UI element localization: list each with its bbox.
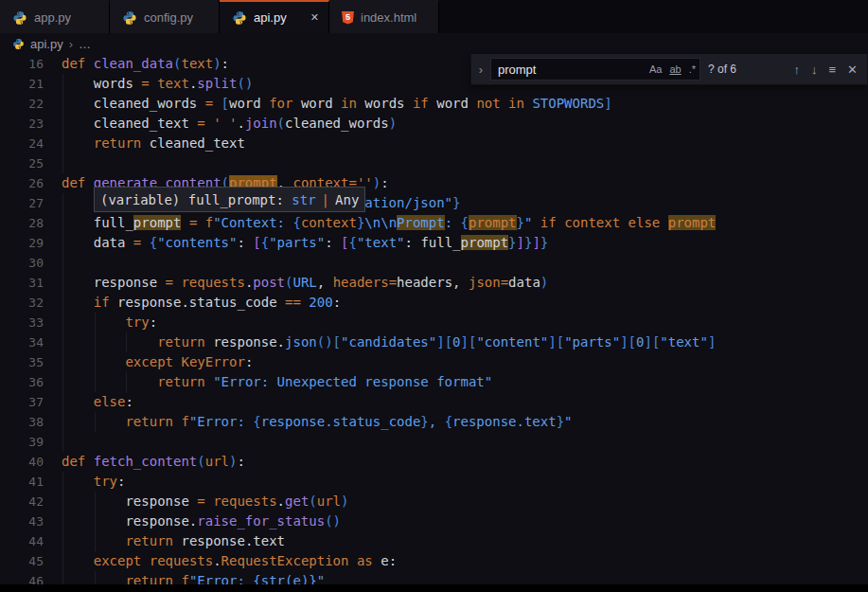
python-file-icon — [12, 10, 27, 26]
line-number: 44 — [0, 531, 44, 551]
indent-guide — [62, 273, 63, 293]
python-file-icon — [12, 38, 25, 50]
code-text[interactable]: full_prompt = f"Context: {context}\n\nPr… — [44, 213, 868, 233]
code-text[interactable]: return response.json()["candidates"][0][… — [44, 332, 868, 352]
line-number: 33 — [0, 313, 44, 332]
find-input[interactable] — [491, 63, 646, 77]
code-text[interactable] — [44, 253, 868, 273]
code-text[interactable]: try: — [44, 313, 868, 332]
indent-guide — [62, 193, 63, 213]
find-results-count: ? of 6 — [708, 63, 736, 76]
close-tab-icon[interactable]: ✕ — [310, 11, 319, 24]
tab-api.py[interactable]: api.py✕ — [220, 0, 329, 33]
indent-guide — [62, 551, 63, 571]
indent-guide — [62, 134, 63, 153]
code-line-23: 23 cleaned_text = ' '.join(cleaned_words… — [0, 114, 868, 134]
line-number: 45 — [0, 551, 44, 571]
indent-guide — [62, 511, 63, 531]
line-number: 40 — [0, 452, 44, 472]
chevron-right-icon: › — [69, 37, 73, 51]
tooltip-rest: Any — [335, 192, 359, 207]
code-line-37: 37 else: — [0, 392, 868, 412]
tooltip-text: (variable) full_prompt: — [100, 192, 292, 207]
code-text[interactable]: if response.status_code == 200: — [44, 293, 868, 313]
code-text[interactable]: except requests.RequestException as e: — [44, 551, 868, 571]
indent-guide — [62, 432, 63, 452]
search-match: prompt — [469, 215, 517, 230]
indent-guide — [62, 293, 63, 313]
toggle-replace-chevron-icon[interactable]: › — [471, 63, 490, 77]
indent-guide — [95, 492, 96, 511]
indent-guide — [95, 511, 96, 531]
indent-guide — [95, 531, 96, 551]
code-line-40: 40def fetch_content(url): — [0, 452, 868, 472]
tab-label: app.py — [34, 10, 71, 25]
code-line-25: 25 — [0, 153, 868, 173]
indent-guide — [62, 531, 63, 551]
line-number: 37 — [0, 392, 44, 412]
python-file-icon — [122, 10, 137, 26]
code-line-34: 34 return response.json()["candidates"][… — [0, 332, 868, 352]
indent-guide — [62, 233, 63, 253]
line-number: 16 — [0, 54, 44, 74]
code-text[interactable]: def fetch_content(url): — [44, 452, 868, 472]
find-widget: › Aa ab .* ? of 6 ↑ ↓ ≡ ✕ — [470, 54, 868, 85]
code-text[interactable]: response = requests.get(url) — [44, 492, 868, 511]
regex-icon[interactable]: .* — [685, 63, 700, 75]
line-number: 34 — [0, 332, 44, 352]
code-line-38: 38 return f"Error: {response.status_code… — [0, 412, 868, 432]
whole-word-icon[interactable]: ab — [665, 63, 684, 75]
code-line-36: 36 return "Error: Unexpected response fo… — [0, 372, 868, 392]
code-text[interactable]: response.raise_for_status() — [44, 511, 868, 531]
line-number: 32 — [0, 293, 44, 313]
indent-guide — [62, 253, 63, 273]
indent-guide — [62, 332, 63, 352]
code-text[interactable]: except KeyError: — [44, 352, 868, 372]
indent-guide — [62, 313, 63, 332]
tab-app.py[interactable]: app.py — [0, 0, 110, 33]
line-number: 26 — [0, 173, 44, 193]
line-number: 22 — [0, 94, 44, 114]
find-in-selection-icon[interactable]: ≡ — [829, 63, 837, 77]
code-line-29: 29 data = {"contents": [{"parts": [{"tex… — [0, 233, 868, 253]
indent-guide — [62, 153, 63, 173]
code-text[interactable]: return cleaned_text — [44, 134, 868, 153]
next-match-icon[interactable]: ↓ — [811, 63, 818, 77]
code-line-32: 32 if response.status_code == 200: — [0, 293, 868, 313]
breadcrumb-more[interactable]: … — [79, 37, 91, 51]
code-editor[interactable]: 16def clean_data(text):21 words = text.s… — [0, 54, 868, 592]
indent-guide — [62, 392, 63, 412]
indent-guide — [126, 372, 127, 392]
indent-guide — [95, 352, 96, 372]
code-text[interactable]: return "Error: Unexpected response forma… — [44, 372, 868, 392]
code-text[interactable]: return f"Error: {response.status_code}, … — [44, 412, 868, 432]
code-text[interactable]: else: — [44, 392, 868, 412]
code-line-45: 45 except requests.RequestException as e… — [0, 551, 868, 571]
line-number: 29 — [0, 233, 44, 253]
code-text[interactable]: return response.text — [44, 531, 868, 551]
line-number: 25 — [0, 153, 44, 173]
find-input-box: Aa ab .* — [490, 58, 700, 81]
code-line-22: 22 cleaned_words = [word for word in wor… — [0, 94, 868, 114]
indent-guide — [62, 213, 63, 233]
code-line-43: 43 response.raise_for_status() — [0, 511, 868, 531]
line-number: 38 — [0, 412, 44, 432]
code-text[interactable]: data = {"contents": [{"parts": [{"text":… — [44, 233, 868, 253]
code-text[interactable] — [44, 153, 868, 173]
breadcrumb: api.py › … — [0, 33, 868, 54]
match-case-icon[interactable]: Aa — [646, 63, 665, 75]
close-find-icon[interactable]: ✕ — [847, 63, 858, 77]
line-number: 31 — [0, 273, 44, 293]
tab-index.html[interactable]: 5index.html — [329, 0, 439, 33]
tab-config.py[interactable]: config.py — [110, 0, 220, 33]
code-text[interactable]: cleaned_text = ' '.join(cleaned_words) — [44, 114, 868, 134]
code-text[interactable]: try: — [44, 472, 868, 492]
indent-guide — [62, 352, 63, 372]
previous-match-icon[interactable]: ↑ — [794, 63, 801, 77]
tab-label: config.py — [144, 10, 193, 25]
code-text[interactable]: response = requests.post(URL, headers=he… — [44, 273, 868, 293]
breadcrumb-file[interactable]: api.py — [30, 37, 63, 51]
code-text[interactable] — [44, 432, 868, 452]
indent-guide — [62, 114, 63, 134]
code-text[interactable]: cleaned_words = [word for word in words … — [44, 94, 868, 114]
